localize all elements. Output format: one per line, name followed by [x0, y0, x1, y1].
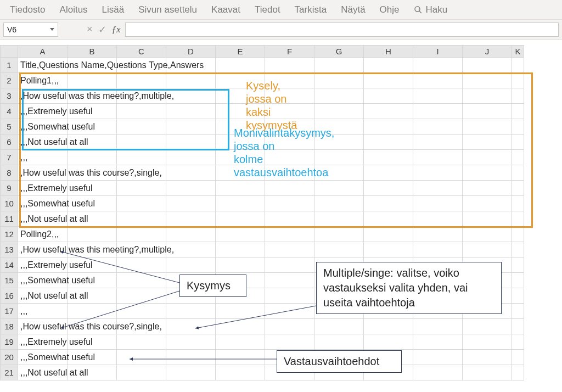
cell[interactable]	[265, 88, 314, 104]
row-header[interactable]: 12	[1, 227, 18, 242]
cell[interactable]	[512, 319, 524, 334]
tab-data[interactable]: Tiedot	[255, 4, 280, 15]
cell[interactable]	[364, 273, 413, 288]
cell[interactable]	[216, 365, 265, 380]
cell[interactable]	[512, 273, 524, 288]
cell[interactable]	[463, 304, 512, 319]
spreadsheet-grid[interactable]: A B C D E F G H I J K 1Title,Questions N…	[0, 45, 562, 380]
cell[interactable]	[413, 58, 463, 73]
col-header-C[interactable]: C	[117, 46, 166, 58]
cell[interactable]	[413, 165, 463, 181]
select-all-corner[interactable]	[1, 46, 18, 58]
cell[interactable]	[463, 119, 512, 135]
row-header[interactable]: 14	[1, 257, 18, 273]
cell[interactable]	[314, 319, 364, 334]
row-header[interactable]: 7	[1, 150, 18, 165]
cell[interactable]: ,How useful was this meeting?,multiple,	[18, 242, 68, 257]
row-header[interactable]: 13	[1, 242, 18, 257]
cell[interactable]: ,,,Not useful at all	[18, 288, 68, 304]
cell[interactable]	[512, 242, 524, 257]
cell[interactable]	[364, 150, 413, 165]
table-row[interactable]: 6,,,Not useful at all	[1, 135, 524, 150]
cell[interactable]	[216, 288, 265, 304]
row-header[interactable]: 1	[1, 58, 18, 73]
cell[interactable]	[265, 288, 314, 304]
cell[interactable]	[166, 73, 216, 88]
cell[interactable]	[166, 227, 216, 242]
tab-layout[interactable]: Sivun asettelu	[138, 4, 197, 15]
cell[interactable]	[117, 104, 166, 119]
cell[interactable]	[314, 242, 364, 257]
tab-file[interactable]: Tiedosto	[10, 4, 46, 15]
col-header-G[interactable]: G	[314, 46, 364, 58]
cell[interactable]	[216, 273, 265, 288]
cell[interactable]	[413, 181, 463, 196]
cell[interactable]	[166, 257, 216, 273]
cell[interactable]	[463, 135, 512, 150]
col-header-F[interactable]: F	[265, 46, 314, 58]
cell[interactable]	[512, 73, 524, 88]
table-row[interactable]: 8,How useful was this course?,single,	[1, 165, 524, 181]
cell[interactable]	[117, 211, 166, 227]
cell[interactable]	[265, 319, 314, 334]
cell[interactable]	[512, 334, 524, 350]
cell[interactable]	[166, 119, 216, 135]
cell[interactable]	[216, 58, 265, 73]
tab-insert[interactable]: Lisää	[102, 4, 125, 15]
cell[interactable]	[463, 104, 512, 119]
col-header-H[interactable]: H	[364, 46, 413, 58]
cell[interactable]	[117, 227, 166, 242]
cell[interactable]: Polling2,,,	[18, 227, 68, 242]
cell[interactable]: ,,,Not useful at all	[18, 211, 68, 227]
cell[interactable]	[216, 334, 265, 350]
table-row[interactable]: 7,,,	[1, 150, 524, 165]
table-row[interactable]: 2Polling1,,,	[1, 73, 524, 88]
table-row[interactable]: 11,,,Not useful at all	[1, 211, 524, 227]
cell[interactable]	[364, 58, 413, 73]
cell[interactable]	[314, 135, 364, 150]
table-row[interactable]: 18,How useful was this course?,single,	[1, 319, 524, 334]
col-header-E[interactable]: E	[216, 46, 265, 58]
cell[interactable]	[512, 257, 524, 273]
cell[interactable]	[413, 334, 463, 350]
cell[interactable]	[117, 119, 166, 135]
cell[interactable]	[166, 104, 216, 119]
cell[interactable]	[314, 211, 364, 227]
cell[interactable]	[463, 288, 512, 304]
col-header-A[interactable]: A	[18, 46, 68, 58]
cell[interactable]	[413, 135, 463, 150]
cell[interactable]	[512, 365, 524, 380]
cell[interactable]: Polling1,,,	[18, 73, 68, 88]
cell[interactable]	[364, 181, 413, 196]
cell[interactable]	[314, 350, 364, 365]
table-row[interactable]: 16,,,Not useful at all	[1, 288, 524, 304]
cell[interactable]	[413, 211, 463, 227]
cell[interactable]	[68, 150, 117, 165]
cell[interactable]	[512, 196, 524, 211]
cell[interactable]	[463, 88, 512, 104]
cell[interactable]: ,How useful was this meeting?,multiple,	[18, 88, 68, 104]
cell[interactable]	[512, 304, 524, 319]
cell[interactable]	[364, 319, 413, 334]
row-header[interactable]: 6	[1, 135, 18, 150]
cell[interactable]	[117, 150, 166, 165]
cell[interactable]	[364, 104, 413, 119]
cell[interactable]: ,,,Extremely useful	[18, 181, 68, 196]
cell[interactable]	[463, 334, 512, 350]
fx-icon[interactable]: ƒx	[112, 24, 121, 35]
cell[interactable]	[463, 257, 512, 273]
cell[interactable]	[413, 88, 463, 104]
cell[interactable]	[166, 273, 216, 288]
cell[interactable]	[166, 319, 216, 334]
cell[interactable]	[314, 304, 364, 319]
cell[interactable]	[216, 104, 265, 119]
table-row[interactable]: 20,,,Somewhat useful	[1, 350, 524, 365]
cell[interactable]	[166, 350, 216, 365]
cell[interactable]	[364, 165, 413, 181]
cell[interactable]	[216, 242, 265, 257]
cell[interactable]	[265, 135, 314, 150]
row-header[interactable]: 18	[1, 319, 18, 334]
cell[interactable]	[512, 150, 524, 165]
cell[interactable]	[463, 211, 512, 227]
table-row[interactable]: 3,How useful was this meeting?,multiple,	[1, 88, 524, 104]
